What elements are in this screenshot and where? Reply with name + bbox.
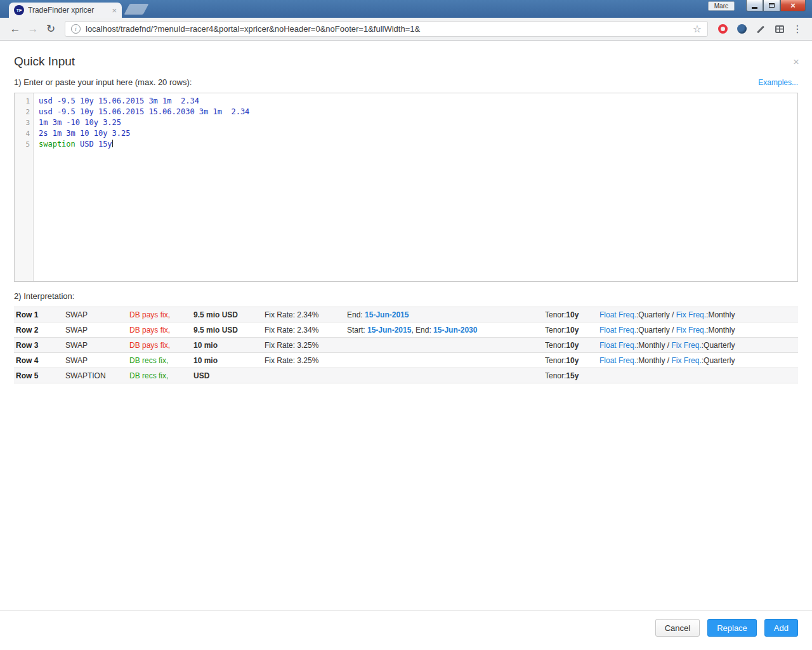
examples-link[interactable]: Examples... <box>758 78 798 87</box>
tenor: Tenor:15y <box>545 371 599 380</box>
extension-grid-icon[interactable] <box>770 25 789 33</box>
direction: DB pays fix, <box>129 341 193 350</box>
direction: DB recs fix, <box>129 356 193 365</box>
tenor: Tenor:10y <box>545 310 599 319</box>
notional: 10 mio <box>193 356 265 365</box>
fix-rate: Fix Rate: 3.25% <box>265 341 347 350</box>
browser-tab[interactable]: TF TradeFinder xpricer × <box>9 3 122 18</box>
window-close-button[interactable]: × <box>780 0 806 11</box>
dialog-close-icon[interactable]: × <box>793 56 799 69</box>
frequencies: Float Freq.:Monthly / Fix Freq.:Quarterl… <box>599 341 798 350</box>
back-icon[interactable]: ← <box>6 23 24 36</box>
add-button[interactable]: Add <box>764 619 798 637</box>
row-label: Row 4 <box>16 356 65 365</box>
table-row: Row 4SWAPDB recs fix,10 mioFix Rate: 3.2… <box>14 353 798 368</box>
user-profile-button[interactable]: Marc <box>708 1 735 11</box>
row-label: Row 5 <box>16 371 65 380</box>
code-editor[interactable]: 12345 usd -9.5 10y 15.06.2015 3m 1m 2.34… <box>14 93 798 282</box>
code-line[interactable]: 2s 1m 3m 10 10y 3.25 <box>39 128 797 139</box>
line-number: 4 <box>15 128 30 139</box>
replace-button[interactable]: Replace <box>707 619 757 637</box>
quick-input-page: × Quick Input 1) Enter or paste your inp… <box>0 41 812 650</box>
minimize-button[interactable] <box>746 0 763 11</box>
code-line[interactable]: usd -9.5 10y 15.06.2015 15.06.2030 3m 1m… <box>39 107 797 117</box>
editor-code[interactable]: usd -9.5 10y 15.06.2015 3m 1m 2.34usd -9… <box>34 93 797 281</box>
notional: USD <box>193 371 265 380</box>
direction: DB recs fix, <box>129 371 193 380</box>
page-info-icon[interactable]: i <box>71 24 81 34</box>
notional: 9.5 mio USD <box>193 310 265 319</box>
dates: Start: 15-Jun-2015, End: 15-Jun-2030 <box>347 326 545 335</box>
table-row: Row 5SWAPTIONDB recs fix,USDTenor:15y <box>14 368 798 383</box>
tenor: Tenor:10y <box>545 326 599 335</box>
editor-gutter: 12345 <box>15 93 34 281</box>
interpretation-section-label: 2) Interpretation: <box>14 291 798 301</box>
tenor: Tenor:10y <box>545 341 599 350</box>
extension-opera-icon[interactable] <box>713 24 732 34</box>
titlebar: TF TradeFinder xpricer × Marc × <box>0 0 812 18</box>
trade-type: SWAP <box>65 310 129 319</box>
frequencies: Float Freq.:Monthly / Fix Freq.:Quarterl… <box>599 356 798 365</box>
site-favicon-icon: TF <box>14 5 24 15</box>
input-section-label: 1) Enter or paste your input here (max. … <box>14 77 192 87</box>
minimize-icon <box>752 7 757 9</box>
page-title: Quick Input <box>14 41 798 69</box>
reload-icon[interactable]: ↻ <box>42 22 60 36</box>
text-caret <box>112 140 113 147</box>
code-line[interactable]: 1m 3m -10 10y 3.25 <box>39 117 797 128</box>
new-tab-button[interactable] <box>124 4 148 15</box>
notional: 9.5 mio USD <box>193 326 265 335</box>
trade-type: SWAPTION <box>65 371 129 380</box>
extension-pen-icon[interactable] <box>751 25 770 34</box>
table-row: Row 2SWAPDB pays fix,9.5 mio USDFix Rate… <box>14 322 798 338</box>
restore-button[interactable] <box>763 0 780 11</box>
extension-globe-icon[interactable] <box>732 24 751 34</box>
row-label: Row 1 <box>16 310 65 319</box>
code-line[interactable]: usd -9.5 10y 15.06.2015 3m 1m 2.34 <box>39 96 797 107</box>
direction: DB pays fix, <box>129 310 193 319</box>
trade-type: SWAP <box>65 341 129 350</box>
direction: DB pays fix, <box>129 326 193 335</box>
trade-type: SWAP <box>65 356 129 365</box>
line-number: 2 <box>15 107 30 117</box>
table-row: Row 3SWAPDB pays fix,10 mioFix Rate: 3.2… <box>14 338 798 353</box>
trade-type: SWAP <box>65 326 129 335</box>
dates: End: 15-Jun-2015 <box>347 310 545 319</box>
fix-rate: Fix Rate: 2.34% <box>265 310 347 319</box>
address-bar[interactable]: i localhost/tradefnd/?menuId=racer4&port… <box>65 21 708 37</box>
table-row: Row 1SWAPDB pays fix,9.5 mio USDFix Rate… <box>14 307 798 322</box>
tab-close-icon[interactable]: × <box>112 6 117 15</box>
row-label: Row 3 <box>16 341 65 350</box>
forward-icon[interactable]: → <box>24 23 42 36</box>
line-number: 5 <box>15 139 30 150</box>
fix-rate: Fix Rate: 2.34% <box>265 326 347 335</box>
interpretation-table: Row 1SWAPDB pays fix,9.5 mio USDFix Rate… <box>14 307 798 383</box>
restore-icon <box>769 3 775 8</box>
line-number: 1 <box>15 96 30 107</box>
cancel-button[interactable]: Cancel <box>655 619 700 637</box>
line-number: 3 <box>15 117 30 128</box>
code-line[interactable]: swaption USD 15y <box>39 139 797 150</box>
browser-menu-icon[interactable]: ⋮ <box>789 23 806 35</box>
tenor: Tenor:10y <box>545 356 599 365</box>
frequencies: Float Freq.:Quarterly / Fix Freq.:Monthl… <box>599 310 798 319</box>
frequencies: Float Freq.:Quarterly / Fix Freq.:Monthl… <box>599 326 798 335</box>
tab-title: TradeFinder xpricer <box>28 6 108 15</box>
browser-window: TF TradeFinder xpricer × Marc × ← → ↻ i … <box>0 0 812 41</box>
fix-rate: Fix Rate: 3.25% <box>265 356 347 365</box>
browser-toolbar: ← → ↻ i localhost/tradefnd/?menuId=racer… <box>0 18 812 41</box>
footer-divider <box>0 610 812 611</box>
bookmark-star-icon[interactable]: ☆ <box>693 23 702 35</box>
notional: 10 mio <box>193 341 265 350</box>
url-text[interactable]: localhost/tradefnd/?menuId=racer4&portal… <box>86 24 688 34</box>
row-label: Row 2 <box>16 326 65 335</box>
